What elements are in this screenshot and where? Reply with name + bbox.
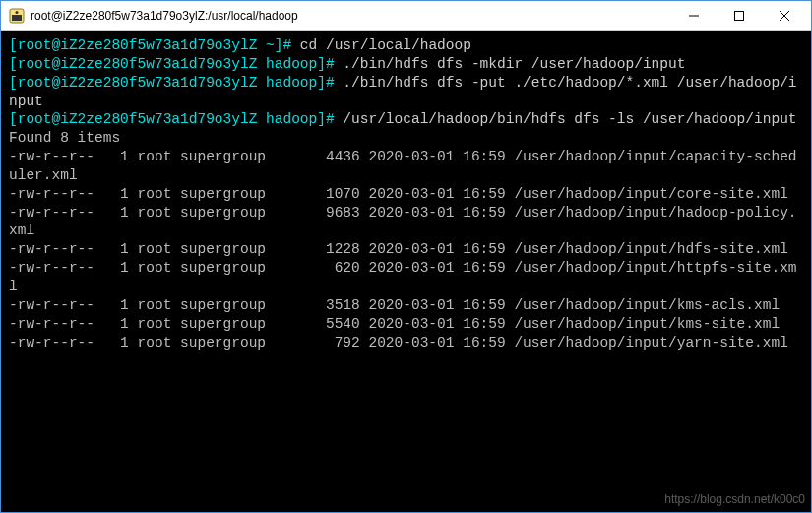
watermark: https://blog.csdn.net/k00c0 xyxy=(664,492,805,508)
window-title: root@iZ2ze280f5w73a1d79o3ylZ:/usr/local/… xyxy=(31,9,671,23)
svg-rect-1 xyxy=(12,15,22,21)
app-icon xyxy=(9,8,25,24)
ls-row: -rw-r--r-- 1 root supergroup 3518 2020-0… xyxy=(9,297,780,313)
close-button[interactable] xyxy=(762,1,807,31)
ls-row: -rw-r--r-- 1 root supergroup 1070 2020-0… xyxy=(9,186,788,202)
ls-row: -rw-r--r-- 1 root supergroup 1228 2020-0… xyxy=(9,241,788,257)
svg-rect-4 xyxy=(735,11,744,20)
terminal-output[interactable]: [root@iZ2ze280f5w73a1d79o3ylZ ~]# cd /us… xyxy=(1,31,811,512)
prompt-cmd: cd /usr/local/hadoop xyxy=(291,37,471,53)
ls-row: -rw-r--r-- 1 root supergroup 9683 2020-0… xyxy=(9,205,797,239)
prompt-host: [root@iZ2ze280f5w73a1d79o3ylZ ~]# xyxy=(9,37,291,53)
ls-row: -rw-r--r-- 1 root supergroup 792 2020-03… xyxy=(9,335,788,351)
prompt-cmd: ./bin/hdfs dfs -mkdir /user/hadoop/input xyxy=(335,56,686,72)
ls-row: -rw-r--r-- 1 root supergroup 5540 2020-0… xyxy=(9,316,780,332)
ls-row: -rw-r--r-- 1 root supergroup 4436 2020-0… xyxy=(9,149,797,183)
window-titlebar: root@iZ2ze280f5w73a1d79o3ylZ:/usr/local/… xyxy=(1,1,811,31)
svg-point-2 xyxy=(16,11,19,14)
prompt-host: [root@iZ2ze280f5w73a1d79o3ylZ hadoop]# xyxy=(9,56,335,72)
maximize-button[interactable] xyxy=(717,1,762,31)
found-line: Found 8 items xyxy=(9,130,120,146)
prompt-host: [root@iZ2ze280f5w73a1d79o3ylZ hadoop]# xyxy=(9,75,335,91)
prompt-cmd: /usr/local/hadoop/bin/hdfs dfs -ls /user… xyxy=(335,111,797,127)
window-controls xyxy=(671,1,807,31)
minimize-button[interactable] xyxy=(671,1,717,31)
ls-row: -rw-r--r-- 1 root supergroup 620 2020-03… xyxy=(9,260,797,294)
prompt-host: [root@iZ2ze280f5w73a1d79o3ylZ hadoop]# xyxy=(9,111,335,127)
